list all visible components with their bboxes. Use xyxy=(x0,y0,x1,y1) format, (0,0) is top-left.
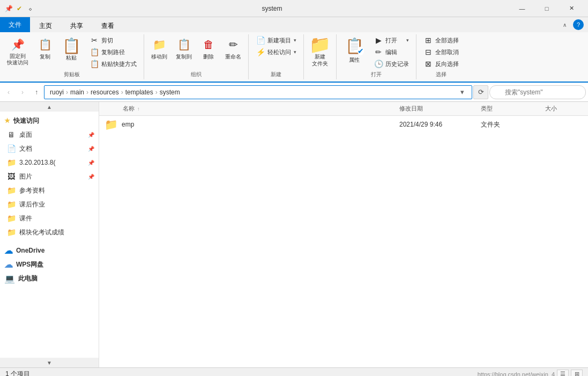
address-bar[interactable]: ruoyi › main › resources › templates › s… xyxy=(44,85,472,99)
easy-access-arrow: ▾ xyxy=(294,49,296,55)
paste-shortcut-icon: 📋 xyxy=(90,60,99,68)
cloud-section: ☁ OneDrive ☁ WPS网盘 💻 此电脑 xyxy=(0,241,99,287)
sidebar-item-homework[interactable]: 📁 课后作业 xyxy=(0,197,99,211)
onedrive-label: OneDrive xyxy=(16,247,44,254)
file-item-type: 文件夹 xyxy=(481,120,545,129)
pin-to-quick-access-button[interactable]: 📌 固定到快速访问 xyxy=(3,34,32,69)
wps-icon: ☁ xyxy=(4,260,13,270)
edit-button[interactable]: ✏ 编辑 xyxy=(370,46,413,58)
homework-icon: 📁 xyxy=(6,200,16,209)
search-input[interactable] xyxy=(489,85,586,99)
sidebar-scroll-up-button[interactable]: ▲ xyxy=(0,102,99,112)
easy-access-button[interactable]: ⚡ 轻松访问 ▾ xyxy=(252,46,300,58)
minimize-button[interactable]: — xyxy=(510,0,534,17)
ribbon-collapse-button[interactable]: ∧ xyxy=(558,18,571,31)
sidebar-item-ref[interactable]: 📁 参考资料 xyxy=(0,183,99,197)
forward-button[interactable]: › xyxy=(16,86,29,99)
onedrive-header[interactable]: ☁ OneDrive xyxy=(0,244,99,257)
back-button[interactable]: ‹ xyxy=(2,86,15,99)
sidebar: ▲ ★ 快速访问 🖥 桌面 📌 📄 文档 📌 xyxy=(0,102,99,367)
table-row[interactable]: 📁 emp 2021/4/29 9:46 文件夹 xyxy=(99,116,588,133)
open-button[interactable]: ▶ 打开 ▾ xyxy=(370,34,413,46)
copy-to-button[interactable]: 📋 复制到 xyxy=(172,34,196,63)
sidebar-item-courseware[interactable]: 📁 课件 xyxy=(0,211,99,225)
this-pc-header[interactable]: 💻 此电脑 xyxy=(0,271,99,285)
delete-button[interactable]: 🗑 删除 xyxy=(197,34,220,63)
folder-old-icon: 📁 xyxy=(6,158,16,167)
file-item-date: 2021/4/29 9:46 xyxy=(395,121,481,128)
history-button[interactable]: 🕒 历史记录 xyxy=(370,58,413,70)
courseware-icon: 📁 xyxy=(6,214,16,223)
breadcrumb-templates[interactable]: templates xyxy=(124,89,154,96)
sidebar-item-exam[interactable]: 📁 模块化考试成绩 xyxy=(0,225,99,239)
new-item-button[interactable]: 📄 新建项目 ▾ xyxy=(252,34,300,46)
this-pc-label: 此电脑 xyxy=(18,274,38,283)
new-folder-button[interactable]: 📁 新建文件夹 xyxy=(307,34,333,70)
this-pc-icon: 💻 xyxy=(4,274,15,284)
file-item-name: 📁 emp xyxy=(99,118,395,131)
pin-indicator: 📌 xyxy=(88,132,94,138)
sort-indicator: ↑ xyxy=(137,106,140,112)
view-list-button[interactable]: ☰ xyxy=(557,370,569,377)
desktop-icon: 🖥 xyxy=(6,130,16,139)
breadcrumb-resources[interactable]: resources xyxy=(90,89,120,96)
wps-label: WPS网盘 xyxy=(16,260,43,269)
select-all-button[interactable]: ⊞ 全部选择 xyxy=(420,34,463,46)
sidebar-item-docs[interactable]: 📄 文档 📌 xyxy=(0,142,99,156)
up-button[interactable]: ↑ xyxy=(30,86,43,99)
sidebar-item-folder-old[interactable]: 📁 3.20.2013.8( 📌 xyxy=(0,156,99,169)
breadcrumb-main[interactable]: main xyxy=(69,89,85,96)
sidebar-item-desktop[interactable]: 🖥 桌面 📌 xyxy=(0,128,99,142)
view-grid-button[interactable]: ⊞ xyxy=(571,370,583,377)
tab-view[interactable]: 查看 xyxy=(92,18,123,33)
window-title: system xyxy=(34,5,510,12)
pin-icon: 📌 xyxy=(4,4,13,13)
column-name[interactable]: 名称 ↑ xyxy=(99,105,395,113)
cut-button[interactable]: ✂ 剪切 xyxy=(86,34,140,46)
paste-button[interactable]: 📋 粘贴 xyxy=(60,35,83,64)
breadcrumb-system[interactable]: system xyxy=(159,89,181,96)
quick-access-header[interactable]: ★ 快速访问 xyxy=(0,114,99,128)
rename-button[interactable]: ✏ 重命名 xyxy=(221,34,245,63)
new-item-arrow: ▾ xyxy=(294,38,296,43)
maximize-button[interactable]: □ xyxy=(534,0,559,17)
paste-shortcut-button[interactable]: 📋 粘贴快捷方式 xyxy=(86,58,140,70)
file-folder-icon: 📁 xyxy=(103,118,118,131)
sidebar-scroll-down-button[interactable]: ▼ xyxy=(0,358,99,367)
column-type[interactable]: 类型 xyxy=(481,105,545,113)
sidebar-item-pics[interactable]: 🖼 图片 📌 xyxy=(0,169,99,183)
column-date[interactable]: 修改日期 xyxy=(395,105,481,113)
pin-icon: 📌 xyxy=(10,37,25,52)
status-right: https://blog.csdn.net/weixin_4 ☰ ⊞ xyxy=(478,370,583,377)
check-icon: ✔ xyxy=(15,4,24,13)
tab-file[interactable]: 文件 xyxy=(0,17,30,32)
move-to-button[interactable]: 📁 移动到 xyxy=(147,34,171,63)
ribbon-help-button[interactable]: ? xyxy=(573,19,584,30)
select-none-icon: ⊟ xyxy=(423,48,433,56)
properties-button[interactable]: 📋 ✔ 属性 xyxy=(340,34,369,65)
invert-selection-button[interactable]: ⊠ 反向选择 xyxy=(420,58,463,70)
wps-header[interactable]: ☁ WPS网盘 xyxy=(0,257,99,271)
organize-items: 📁 移动到 📋 复制到 🗑 删除 ✏ 重命名 xyxy=(147,34,245,70)
copy-path-button[interactable]: 📋 复制路径 xyxy=(86,46,140,58)
easy-access-icon: ⚡ xyxy=(256,48,265,56)
close-button[interactable]: ✕ xyxy=(559,0,584,17)
docs-icon: 📄 xyxy=(6,144,16,153)
breadcrumb-ruoyi[interactable]: ruoyi xyxy=(49,89,65,96)
ref-icon: 📁 xyxy=(6,186,16,195)
tab-share[interactable]: 共享 xyxy=(61,18,92,33)
window-controls: — □ ✕ xyxy=(510,0,584,17)
ribbon-group-clipboard: 📌 固定到快速访问 📋 复制 📋 粘贴 xyxy=(0,34,144,79)
select-none-button[interactable]: ⊟ 全部取消 xyxy=(420,46,463,58)
copy-button[interactable]: 📋 复制 xyxy=(33,34,57,63)
tab-home[interactable]: 主页 xyxy=(30,18,61,33)
quick-access-label: 快速访问 xyxy=(13,116,39,126)
pin-indicator: 📌 xyxy=(88,146,94,152)
ribbon-group-new: 📄 新建项目 ▾ ⚡ 轻松访问 ▾ 新建 xyxy=(249,34,304,79)
column-size[interactable]: 大小 xyxy=(545,105,588,113)
address-dropdown-button[interactable]: ▾ xyxy=(457,86,467,99)
copy-icon: 📋 xyxy=(38,37,53,52)
watermark: https://blog.csdn.net/weixin_4 xyxy=(478,371,555,377)
open-icon: ▶ xyxy=(374,36,383,45)
refresh-button[interactable]: ⟳ xyxy=(473,85,488,99)
